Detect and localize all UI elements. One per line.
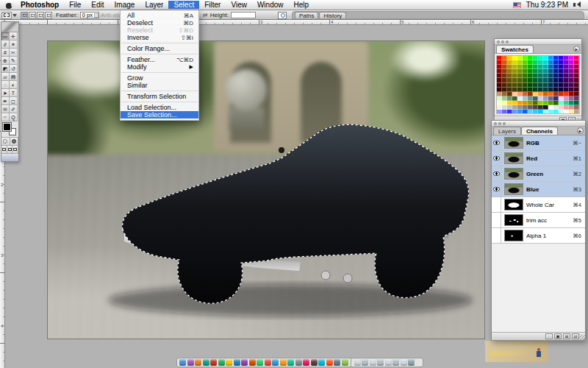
menu-file[interactable]: File <box>64 1 86 9</box>
close-icon[interactable] <box>494 122 497 125</box>
menu-item-inverse[interactable]: Inverse⇧⌘I <box>121 34 198 41</box>
notes-tool[interactable]: ✉ <box>1 105 10 113</box>
channel-row-rgb[interactable]: RGB⌘~ <box>492 135 585 151</box>
file-browser-button[interactable] <box>278 10 287 20</box>
menu-layer[interactable]: Layer <box>140 1 168 9</box>
visibility-toggle[interactable] <box>492 213 501 228</box>
dodge-tool[interactable]: ◐ <box>10 81 18 89</box>
palette-title-bar[interactable] <box>492 121 585 127</box>
dock-icon[interactable] <box>203 359 209 366</box>
visibility-toggle[interactable] <box>492 135 501 151</box>
fullscreen-button[interactable] <box>12 146 18 153</box>
dock-icon[interactable] <box>318 359 325 366</box>
menu-item-reselect[interactable]: Reselect⇧⌘D <box>121 26 198 34</box>
dock-icon[interactable] <box>342 359 348 366</box>
dock-icon[interactable] <box>272 359 279 366</box>
menu-image[interactable]: Image <box>110 1 140 9</box>
palette-title-bar[interactable] <box>495 39 581 45</box>
color-swatch[interactable] <box>543 110 548 114</box>
dock-minimized-window[interactable] <box>392 359 399 366</box>
menu-bar-clock[interactable]: Thu 9:23 PM <box>526 1 568 9</box>
menu-item-all[interactable]: All⌘A <box>121 12 198 19</box>
menu-item-feather[interactable]: Feather...⌥⌘D <box>121 56 198 63</box>
rectangular-marquee-tool[interactable]: ▭ <box>1 32 10 40</box>
dock-icon[interactable] <box>241 359 248 366</box>
minimize-icon[interactable] <box>501 40 504 43</box>
dock-minimized-window[interactable] <box>377 359 384 366</box>
dock-icon[interactable] <box>226 359 232 366</box>
fullscreen-menubar-button[interactable] <box>7 146 13 153</box>
well-tab-history[interactable]: History <box>319 12 346 18</box>
menu-item-similar[interactable]: Similar <box>121 82 198 89</box>
dock-icon[interactable] <box>311 359 318 366</box>
channel-row-alpha-1[interactable]: Alpha 1⌘6 <box>492 228 585 244</box>
crop-tool[interactable]: # <box>1 49 10 57</box>
intersect-selection-button[interactable] <box>45 12 52 19</box>
color-swatch[interactable] <box>564 110 569 114</box>
dock-icon[interactable] <box>265 359 271 366</box>
menu-item-grow[interactable]: Grow <box>121 74 198 82</box>
dock-icon[interactable] <box>179 359 186 366</box>
path-selection-tool[interactable]: ➤ <box>1 89 10 97</box>
menu-select[interactable]: Select <box>168 1 199 9</box>
volume-icon[interactable] <box>573 1 581 8</box>
type-tool[interactable]: T <box>10 89 18 97</box>
lasso-tool[interactable]: ∂ <box>1 40 10 49</box>
color-swatch[interactable] <box>548 110 553 114</box>
menu-window[interactable]: Window <box>252 1 289 9</box>
dock-icon[interactable] <box>210 359 217 366</box>
swap-dimensions-icon[interactable]: ⇄ <box>203 12 208 18</box>
eraser-tool[interactable]: ▱ <box>1 73 10 81</box>
horizontal-ruler[interactable] <box>0 20 588 25</box>
color-swatch[interactable] <box>517 110 523 114</box>
channel-row-green[interactable]: Green⌘2 <box>492 166 585 182</box>
new-channel-button[interactable]: ⊞ <box>563 333 570 339</box>
healing-brush-tool[interactable]: ⊕ <box>1 57 10 65</box>
tab-channels[interactable]: Channels <box>521 127 558 135</box>
save-selection-as-channel-button[interactable]: ▣ <box>554 333 562 339</box>
menu-item-deselect[interactable]: Deselect⌘D <box>121 19 198 26</box>
pen-tool[interactable]: ✒ <box>1 97 10 105</box>
resize-grip[interactable] <box>579 334 585 340</box>
zoom-tool[interactable]: Q <box>10 113 18 121</box>
brush-tool[interactable]: ✎ <box>10 57 18 65</box>
dock-minimized-window[interactable] <box>354 359 361 366</box>
dock-icon[interactable] <box>195 359 201 366</box>
well-tab-paths[interactable]: Paths <box>295 12 318 18</box>
history-brush-tool[interactable]: ↺ <box>10 65 18 73</box>
dock-icon[interactable] <box>280 359 287 366</box>
shape-tool[interactable]: ◻ <box>10 97 18 105</box>
hand-tool[interactable]: ☞ <box>1 113 10 121</box>
zoom-icon[interactable] <box>503 122 506 125</box>
dock-icon[interactable] <box>257 359 263 366</box>
color-swatch[interactable] <box>533 110 538 114</box>
channel-row-blue[interactable]: Blue⌘3 <box>492 182 585 197</box>
color-swatch[interactable] <box>523 110 528 114</box>
dock-icon[interactable] <box>187 359 194 366</box>
tab-layers[interactable]: Layers <box>493 127 521 135</box>
height-input[interactable] <box>231 12 256 18</box>
color-swatch[interactable] <box>538 110 543 114</box>
close-icon[interactable] <box>497 40 500 43</box>
input-language-flag-icon[interactable] <box>513 2 521 8</box>
dock-icon[interactable] <box>303 359 309 366</box>
magic-wand-tool[interactable]: ✶ <box>10 40 18 49</box>
dock-minimized-window[interactable] <box>385 359 392 366</box>
color-swatch[interactable] <box>559 110 564 114</box>
visibility-toggle[interactable] <box>492 151 501 166</box>
menu-photoshop[interactable]: Photoshop <box>15 1 64 9</box>
visibility-toggle[interactable] <box>492 197 501 213</box>
dock-icon[interactable] <box>218 359 225 366</box>
standard-mode-button[interactable] <box>1 138 10 145</box>
quick-mask-mode-button[interactable] <box>10 138 19 145</box>
dock-minimized-window[interactable] <box>401 359 407 366</box>
menu-item-transform-selection[interactable]: Transform Selection <box>121 93 198 100</box>
color-swatch[interactable] <box>512 110 517 114</box>
standard-screen-button[interactable] <box>1 146 7 153</box>
menu-item-modify[interactable]: Modify▶ <box>121 63 198 71</box>
menu-filter[interactable]: Filter <box>199 1 226 9</box>
channel-row-red[interactable]: Red⌘1 <box>492 151 585 166</box>
foreground-color-swatch[interactable] <box>3 123 11 131</box>
visibility-toggle[interactable] <box>492 228 501 244</box>
menu-edit[interactable]: Edit <box>86 1 109 9</box>
